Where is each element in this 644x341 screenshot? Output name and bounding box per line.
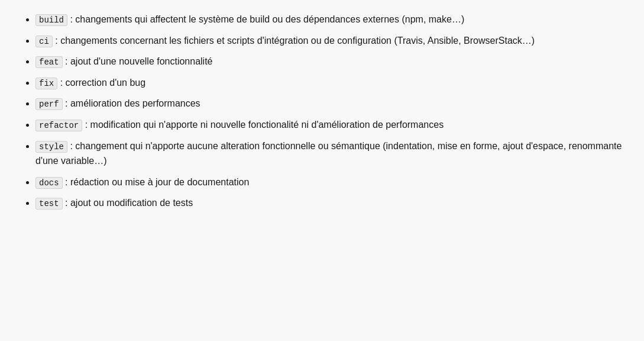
list-item: fix : correction d'un bug bbox=[35, 75, 626, 91]
list-item: docs : rédaction ou mise à jour de docum… bbox=[35, 175, 626, 190]
commit-type-code: feat bbox=[35, 56, 63, 68]
commit-type-description: : ajout ou modification de tests bbox=[63, 198, 193, 208]
commit-type-code: test bbox=[35, 198, 63, 210]
commit-type-description: : modification qui n'apporte ni nouvelle… bbox=[82, 120, 444, 130]
commit-type-description: : correction d'un bug bbox=[57, 78, 145, 88]
commit-type-description: : amélioration des performances bbox=[63, 98, 200, 108]
commit-type-code: ci bbox=[35, 36, 53, 47]
commit-types-list: build : changements qui affectent le sys… bbox=[18, 12, 626, 211]
list-item: perf : amélioration des performances bbox=[35, 96, 626, 111]
commit-type-description: : changements qui affectent le système d… bbox=[67, 14, 464, 24]
commit-type-code: docs bbox=[35, 177, 63, 189]
commit-type-code: perf bbox=[35, 98, 63, 110]
list-item: feat : ajout d'une nouvelle fonctionnali… bbox=[35, 54, 626, 69]
commit-type-code: build bbox=[35, 14, 67, 26]
list-item: style : changement qui n'apporte aucune … bbox=[35, 139, 626, 169]
commit-type-code: fix bbox=[35, 78, 57, 89]
list-item: ci : changements concernant les fichiers… bbox=[35, 33, 626, 49]
commit-type-code: style bbox=[35, 141, 67, 153]
commit-type-code: refactor bbox=[35, 120, 82, 131]
list-item: test : ajout ou modification de tests bbox=[35, 195, 626, 211]
commit-type-description: : changement qui n'apporte aucune altera… bbox=[35, 141, 622, 166]
list-item: build : changements qui affectent le sys… bbox=[35, 12, 626, 27]
commit-type-description: : rédaction ou mise à jour de documentat… bbox=[63, 177, 250, 187]
list-item: refactor : modification qui n'apporte ni… bbox=[35, 117, 626, 133]
commit-type-description: : ajout d'une nouvelle fonctionnalité bbox=[63, 56, 213, 66]
commit-type-description: : changements concernant les fichiers et… bbox=[53, 36, 535, 46]
